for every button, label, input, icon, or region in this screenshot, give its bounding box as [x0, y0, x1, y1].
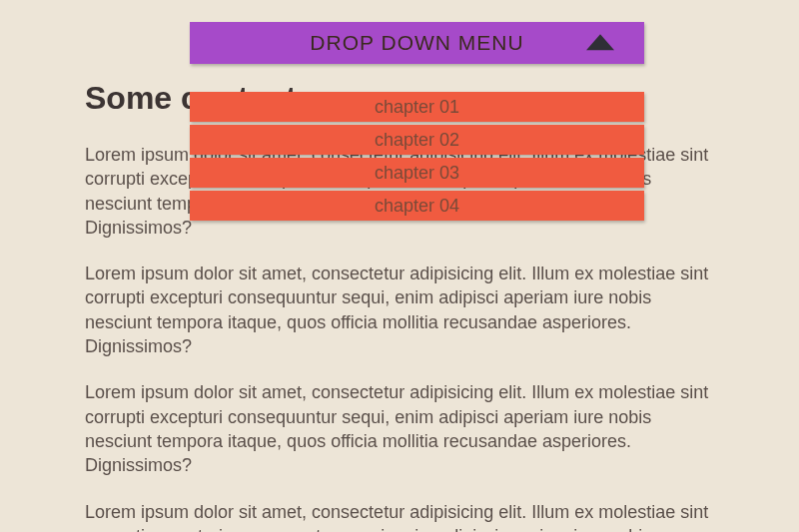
dropdown-item-chapter-02[interactable]: chapter 02	[190, 125, 644, 155]
dropdown-menu: DROP DOWN MENU chapter 01 chapter 02 cha…	[190, 22, 644, 221]
content-paragraph: Lorem ipsum dolor sit amet, consectetur …	[85, 262, 714, 358]
dropdown-label: DROP DOWN MENU	[310, 31, 523, 55]
dropdown-list: chapter 01 chapter 02 chapter 03 chapter…	[190, 64, 644, 221]
dropdown-item-label: chapter 03	[375, 163, 459, 184]
content-paragraph: Lorem ipsum dolor sit amet, consectetur …	[85, 380, 714, 477]
dropdown-toggle-button[interactable]: DROP DOWN MENU	[190, 22, 644, 64]
dropdown-item-chapter-01[interactable]: chapter 01	[190, 92, 644, 122]
dropdown-item-label: chapter 02	[375, 130, 459, 151]
dropdown-item-chapter-04[interactable]: chapter 04	[190, 191, 644, 221]
dropdown-item-label: chapter 04	[375, 196, 459, 217]
dropdown-item-chapter-03[interactable]: chapter 03	[190, 158, 644, 188]
chevron-up-icon	[586, 34, 614, 50]
content-paragraph: Lorem ipsum dolor sit amet, consectetur …	[85, 500, 714, 532]
dropdown-item-label: chapter 01	[375, 97, 459, 118]
